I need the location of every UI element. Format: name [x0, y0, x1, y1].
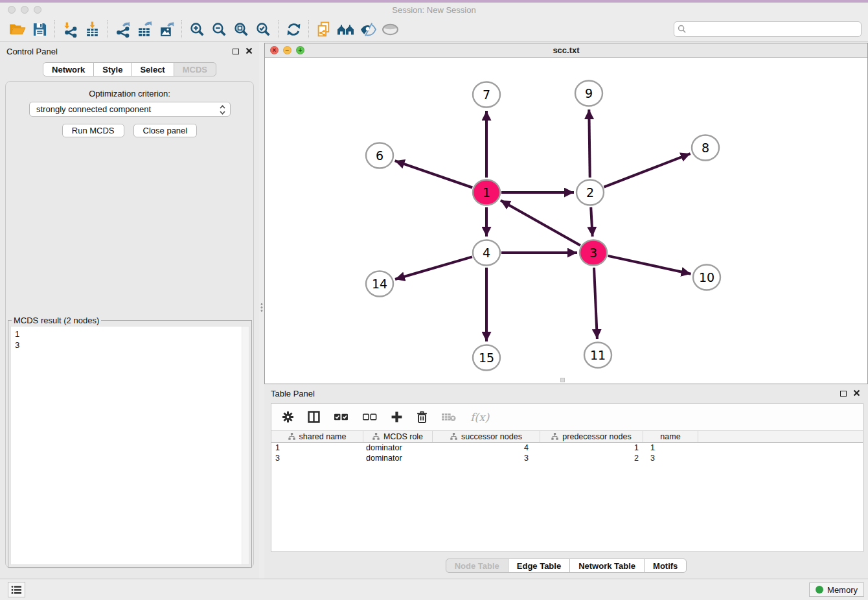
zoom-out-button[interactable]	[208, 19, 230, 39]
network-node-6[interactable]: 6	[366, 143, 393, 168]
main-toolbar	[0, 17, 868, 42]
home-layout-button[interactable]	[335, 19, 357, 39]
network-window-titlebar[interactable]: × − + scc.txt	[265, 43, 867, 58]
import-network-button[interactable]	[59, 19, 81, 39]
close-panel-icon[interactable]	[246, 45, 253, 57]
cell-successor-nodes[interactable]: 4	[433, 443, 540, 453]
column-header-name[interactable]: name	[643, 431, 698, 442]
network-edge-1-6[interactable]	[395, 161, 473, 187]
canvas-resize-grip[interactable]	[560, 378, 565, 382]
table-row[interactable]: 3 dominator 3 2 3	[271, 453, 863, 463]
network-node-3[interactable]: 3	[580, 240, 607, 266]
column-header-successor-nodes[interactable]: successor nodes	[433, 431, 540, 442]
deselect-all-columns-button[interactable]	[362, 412, 377, 422]
open-folder-icon	[9, 21, 26, 37]
function-builder-button[interactable]: f(x)	[470, 410, 492, 424]
column-settings-button[interactable]	[282, 411, 294, 423]
network-edge-4-14[interactable]	[395, 257, 472, 279]
column-header-shared-name[interactable]: shared name	[271, 431, 363, 442]
zoom-in-button[interactable]	[186, 19, 208, 39]
network-node-10[interactable]: 10	[693, 265, 720, 290]
delete-table-icon	[441, 412, 456, 422]
close-table-panel-icon[interactable]	[853, 387, 860, 399]
tab-edge-table[interactable]: Edge Table	[508, 559, 570, 573]
zoom-in-icon	[189, 21, 205, 38]
cell-name[interactable]: 3	[643, 453, 698, 463]
network-node-4[interactable]: 4	[473, 240, 500, 266]
cell-shared-name[interactable]: 3	[271, 453, 363, 463]
gear-icon	[282, 411, 294, 423]
float-table-panel-icon[interactable]	[840, 391, 847, 397]
result-scrollbar[interactable]	[242, 327, 249, 564]
cell-mcds-role[interactable]: dominator	[363, 443, 433, 453]
column-header-predecessor-nodes[interactable]: predecessor nodes	[540, 431, 643, 442]
network-node-15[interactable]: 15	[473, 345, 500, 371]
network-node-2[interactable]: 2	[577, 180, 604, 205]
table-row[interactable]: 1 dominator 4 1 1	[271, 443, 863, 453]
float-panel-icon[interactable]	[233, 49, 239, 54]
column-header-mcds-role[interactable]: MCDS role	[363, 431, 433, 442]
cell-name[interactable]: 1	[643, 443, 698, 453]
export-network-button[interactable]	[111, 19, 133, 39]
tab-select[interactable]: Select	[131, 62, 174, 76]
show-graphics-details-button[interactable]	[357, 19, 379, 39]
network-edge-3-11[interactable]	[594, 268, 597, 339]
select-all-columns-button[interactable]	[334, 412, 348, 422]
zoom-selected-button[interactable]	[252, 19, 274, 39]
hide-graphics-details-button[interactable]	[379, 19, 401, 39]
refresh-layout-button[interactable]	[282, 19, 304, 39]
zoom-fit-button[interactable]	[230, 19, 252, 39]
import-table-button[interactable]	[81, 19, 103, 39]
memory-button[interactable]: Memory	[809, 583, 864, 597]
mcds-result-box: MCDS result (2 nodes) 1 3	[8, 320, 252, 568]
panel-splitter[interactable]	[259, 42, 264, 579]
export-image-button[interactable]	[155, 19, 177, 39]
cell-predecessor-nodes[interactable]: 1	[540, 443, 643, 453]
network-node-7[interactable]: 7	[473, 82, 500, 108]
tab-network-table[interactable]: Network Table	[569, 559, 645, 573]
network-edge-2-8[interactable]	[604, 154, 690, 187]
network-window-title: scc.txt	[265, 45, 867, 55]
network-node-14[interactable]: 14	[366, 271, 393, 297]
search-field-wrap	[674, 21, 862, 37]
search-input[interactable]	[674, 21, 862, 37]
save-session-button[interactable]	[29, 19, 51, 39]
open-file-button[interactable]	[6, 19, 29, 39]
network-edge-3-10[interactable]	[608, 256, 691, 274]
network-node-9[interactable]: 9	[575, 81, 602, 106]
network-edge-3-1[interactable]	[501, 200, 580, 245]
clone-network-button[interactable]	[313, 19, 335, 39]
tab-node-table[interactable]: Node Table	[446, 559, 508, 573]
cell-successor-nodes[interactable]: 3	[433, 453, 540, 463]
tree-icon	[450, 433, 457, 440]
cell-mcds-role[interactable]: dominator	[363, 453, 433, 463]
cell-shared-name[interactable]: 1	[271, 443, 363, 453]
close-panel-button[interactable]: Close panel	[133, 124, 198, 137]
delete-row-button[interactable]	[417, 411, 428, 423]
control-panel-title: Control Panel	[6, 47, 58, 56]
network-edge-2-3[interactable]	[591, 207, 592, 237]
tab-network[interactable]: Network	[43, 62, 94, 76]
unchecked-boxes-icon	[362, 412, 377, 422]
tree-icon	[372, 433, 380, 440]
network-node-11[interactable]: 11	[584, 343, 611, 368]
run-mcds-button[interactable]: Run MCDS	[62, 124, 124, 137]
network-node-1[interactable]: 1	[473, 180, 500, 205]
export-table-button[interactable]	[133, 19, 155, 39]
mcds-result-textarea[interactable]: 1 3	[10, 326, 249, 565]
network-canvas[interactable]: 1234678910111415	[265, 58, 867, 384]
criterion-dropdown[interactable]: strongly connected component	[29, 102, 231, 117]
tab-motifs[interactable]: Motifs	[644, 559, 687, 573]
task-history-button[interactable]	[8, 582, 25, 597]
network-edge-2-9[interactable]	[589, 110, 589, 178]
svg-text:15: 15	[479, 351, 494, 365]
network-node-8[interactable]: 8	[692, 135, 719, 161]
tab-mcds[interactable]: MCDS	[174, 62, 216, 76]
cell-predecessor-nodes[interactable]: 2	[540, 453, 643, 463]
add-row-button[interactable]	[391, 411, 403, 423]
export-network-icon	[115, 21, 131, 38]
memory-status-dot	[816, 586, 823, 594]
show-column-panel-button[interactable]	[308, 411, 320, 423]
delete-table-button[interactable]	[441, 412, 456, 422]
tab-style[interactable]: Style	[93, 62, 131, 76]
